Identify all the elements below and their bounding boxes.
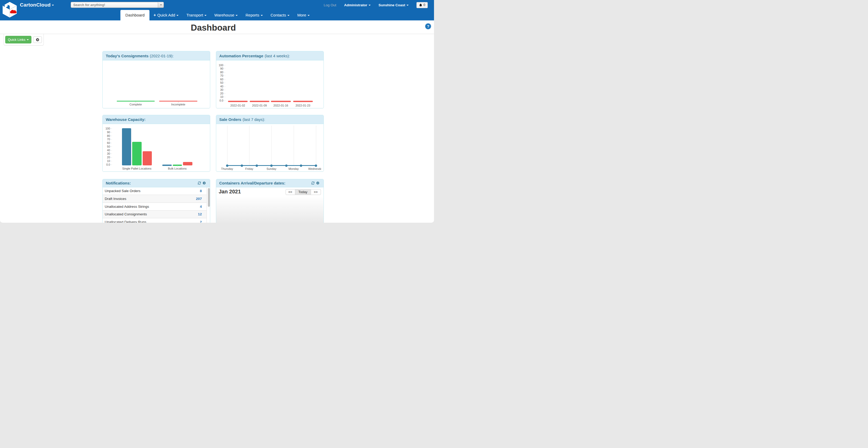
notifications-bell-button[interactable]: 0 xyxy=(416,2,428,8)
search-dropdown-toggle[interactable] xyxy=(158,2,164,8)
x-tick xyxy=(177,165,178,167)
panel-heading-containers-calendar: Containers Arrival/Departure dates: xyxy=(216,179,323,187)
y-tick-label: 90 xyxy=(216,67,223,70)
nav-item-contacts[interactable]: Contacts xyxy=(267,10,293,21)
y-tick xyxy=(111,136,112,136)
panel-notifications: Notifications:Unpacked Sale Orders8Draft… xyxy=(102,179,210,223)
y-tick-label: 70 xyxy=(216,74,223,77)
gear-icon[interactable] xyxy=(316,181,320,185)
panel-body-notifications: Unpacked Sale Orders8Draft Invoices207Un… xyxy=(103,187,210,223)
notification-count-link[interactable]: 207 xyxy=(196,197,202,201)
refresh-icon[interactable] xyxy=(311,181,315,185)
notification-label: Unallocated Consignments xyxy=(103,212,147,216)
nav-item-transport[interactable]: Transport xyxy=(182,10,211,21)
help-button[interactable]: ? xyxy=(425,23,431,29)
y-tick xyxy=(111,128,112,129)
panel-body-warehouse-capacity: 1009080706050403020100.0Single Pallet Lo… xyxy=(103,124,210,172)
caret-down-icon xyxy=(236,15,238,16)
global-search xyxy=(71,2,164,8)
y-tick xyxy=(111,150,112,151)
caret-down-icon xyxy=(27,39,29,40)
panel-title: Notifications: xyxy=(106,181,131,185)
refresh-icon[interactable] xyxy=(198,181,201,185)
calendar-month-label: Jan 2021 xyxy=(219,189,241,195)
top-bar: CartonCloud Log Out Administrator Sunshi… xyxy=(0,0,434,21)
x-tick-label: Friday xyxy=(245,167,253,170)
series-bar xyxy=(183,162,192,165)
nav-item-warehouse[interactable]: Warehouse xyxy=(211,10,242,21)
nav-item-label: More xyxy=(297,13,306,17)
y-tick-label: 30 xyxy=(103,152,110,155)
y-tick-label: 40 xyxy=(216,85,223,88)
top-right-menu: Log Out Administrator Sunshine Coast 0 xyxy=(323,0,428,10)
caret-down-icon xyxy=(160,4,162,5)
nav-item-reports[interactable]: Reports xyxy=(242,10,267,21)
notification-row: Unallocated Address Strings4 xyxy=(103,203,207,211)
notification-count-link[interactable]: 2 xyxy=(200,220,202,223)
panel-warehouse-capacity: Warehouse Capacity:100908070605040302010… xyxy=(102,115,210,172)
search-input[interactable] xyxy=(71,2,164,8)
nav-item-more[interactable]: More xyxy=(293,10,314,21)
user-menu[interactable]: Administrator xyxy=(344,3,371,7)
series-bar xyxy=(162,165,172,166)
series-bar xyxy=(228,101,248,102)
series-bar xyxy=(143,151,152,165)
notification-label: Unallocated Address Strings xyxy=(103,205,149,209)
panel-heading-automation-percentage: Automation Percentage(last 4 weeks): xyxy=(216,51,323,60)
brand-name: CartonCloud xyxy=(20,2,51,8)
tenant-menu[interactable]: Sunshine Coast xyxy=(378,3,409,7)
panel-title: Automation Percentage xyxy=(219,54,264,58)
gear-icon[interactable] xyxy=(203,181,206,185)
x-tick-label: Incomplete xyxy=(171,103,185,106)
automation-chart: 1009080706050403020100.02022-01-022022-0… xyxy=(216,60,323,108)
warehouse-chart: 1009080706050403020100.0Single Pallet Lo… xyxy=(103,124,210,172)
notification-row: Unallocated Consignments12 xyxy=(103,211,207,219)
sale-orders-chart: ThursdayFridaySundayMondayWednesday xyxy=(216,124,321,172)
y-tick xyxy=(224,72,225,72)
dashboard-settings-button[interactable] xyxy=(33,36,42,43)
quick-links-button[interactable]: Quick Links xyxy=(5,36,31,43)
data-point xyxy=(315,164,317,167)
data-point xyxy=(255,164,258,167)
series-bar xyxy=(132,142,142,165)
quick-links-label: Quick Links xyxy=(8,38,25,42)
x-tick-label: Complete xyxy=(130,103,142,106)
y-tick xyxy=(111,157,112,158)
caret-down-icon xyxy=(406,5,409,6)
bell-icon xyxy=(419,3,422,7)
y-tick xyxy=(111,139,112,139)
brand-menu[interactable]: CartonCloud xyxy=(20,0,54,10)
notification-label: Unpacked Sale Orders xyxy=(103,189,141,193)
notification-count-link[interactable]: 4 xyxy=(200,205,202,209)
caret-down-icon xyxy=(261,15,263,16)
panel-body-containers-calendar: Jan 2021<<Today>> xyxy=(216,187,323,223)
y-tick xyxy=(111,161,112,161)
notification-count-link[interactable]: 8 xyxy=(200,189,202,193)
caret-down-icon xyxy=(52,5,54,6)
series-bar xyxy=(293,101,313,102)
x-tick-label: 2022-01-02 xyxy=(230,104,245,107)
page-title: Dashboard xyxy=(102,22,324,33)
panel-sale-orders: Sale Orders(last 7 days):ThursdayFridayS… xyxy=(216,115,324,172)
logout-link[interactable]: Log Out xyxy=(323,3,336,7)
panel-containers-calendar: Containers Arrival/Departure dates:Jan 2… xyxy=(216,179,324,223)
notification-row: Draft Invoices207 xyxy=(103,195,207,203)
calendar-nav: <<Today>> xyxy=(286,189,321,195)
x-tick-label: 2022-01-16 xyxy=(274,104,288,107)
nav-item-dashboard[interactable]: Dashboard xyxy=(120,10,150,21)
notification-count-link[interactable]: 12 xyxy=(198,212,202,216)
nav-item-label: Dashboard xyxy=(125,13,145,17)
data-point xyxy=(241,164,243,167)
y-tick-label: 10 xyxy=(216,95,223,98)
series-bar xyxy=(271,101,291,102)
x-tick-label: Sunday xyxy=(267,167,276,170)
panel-subtitle: (last 4 weeks): xyxy=(265,54,290,58)
data-point xyxy=(300,164,302,167)
nav-item-quick-add[interactable]: +Quick Add xyxy=(150,10,182,21)
calendar-prev-button[interactable]: << xyxy=(286,189,295,195)
panel-title: Warehouse Capacity: xyxy=(106,117,146,122)
calendar-next-button[interactable]: >> xyxy=(311,189,321,195)
calendar-today-button[interactable]: Today xyxy=(295,189,311,195)
series-bar xyxy=(250,101,270,102)
scrollbar-thumb[interactable] xyxy=(208,188,210,207)
